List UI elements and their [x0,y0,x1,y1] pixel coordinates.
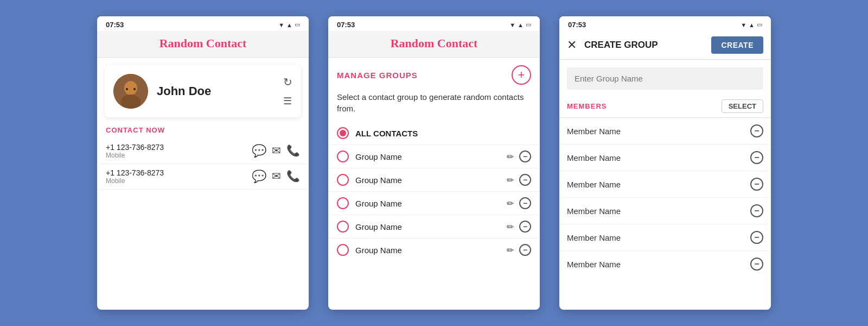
all-contacts-label: ALL CONTACTS [355,129,531,138]
group-item-5[interactable]: Group Name ✏ − [328,239,540,261]
group-list: ALL CONTACTS Group Name ✏ − Group Name ✏… [328,122,540,310]
member-item-4: Member Name − [559,198,771,224]
status-bar-2: 07:53 ▼ ▲ ▭ [328,16,540,31]
member-item-5: Member Name − [559,224,771,251]
phone-icons-1: 💬 ✉ 📞 [252,144,300,158]
create-group-header: ✕ CREATE GROUP CREATE [559,31,771,60]
member-item-2: Member Name − [559,145,771,171]
phone-info-1: +1 123-736-8273 Mobile [106,143,252,159]
group-item-4[interactable]: Group Name ✏ − [328,215,540,239]
contact-name: John Doe [157,84,283,98]
group-actions-4: ✏ − [507,221,531,233]
status-time-3: 07:53 [568,21,586,29]
remove-member-1[interactable]: − [750,124,763,137]
signal-icon-3: ▲ [749,22,755,28]
contact-now-label: CONTACT NOW [97,117,309,139]
phone-number-1: +1 123-736-8273 [106,143,252,152]
screen3-frame: 07:53 ▼ ▲ ▭ ✕ CREATE GROUP CREATE MEMBER… [559,16,771,310]
manage-subtitle: Select a contact group to generate rando… [328,89,540,122]
battery-icon-2: ▭ [526,21,531,28]
signal-icon-2: ▲ [518,22,524,28]
member-item-1: Member Name − [559,118,771,145]
group-label-2: Group Name [355,175,507,185]
remove-icon-1[interactable]: − [519,151,531,162]
battery-icon: ▭ [295,21,300,28]
call-icon-1[interactable]: 📞 [286,144,300,158]
svg-point-3 [126,88,128,90]
group-name-input[interactable] [567,67,763,90]
svg-point-1 [124,81,137,95]
call-icon-2[interactable]: 📞 [286,170,300,184]
edit-icon-3[interactable]: ✏ [507,198,514,209]
phone-icons-2: 💬 ✉ 📞 [252,170,300,184]
wifi-icon-3: ▼ [741,22,746,28]
app-title-2: Random Contact [337,36,531,51]
phone-number-2: +1 123-736-8273 [106,168,252,177]
radio-group-5[interactable] [337,244,349,256]
add-group-button[interactable]: + [512,65,531,85]
phone-info-2: +1 123-736-8273 Mobile [106,168,252,185]
app-title-1: Random Contact [106,36,300,51]
wifi-icon: ▼ [278,22,284,28]
members-header: MEMBERS SELECT [559,94,771,118]
member-name-3: Member Name [567,180,750,189]
group-actions-3: ✏ − [507,197,531,209]
create-group-title: CREATE GROUP [584,40,706,51]
edit-icon-1[interactable]: ✏ [507,152,514,162]
member-item-6: Member Name − [559,251,771,277]
screen2-frame: 07:53 ▼ ▲ ▭ Random Contact MANAGE GROUPS… [328,16,540,310]
remove-icon-3[interactable]: − [519,197,531,209]
edit-icon-4[interactable]: ✏ [507,222,514,232]
remove-member-4[interactable]: − [750,204,763,217]
group-actions-2: ✏ − [507,174,531,186]
create-button[interactable]: CREATE [711,36,763,54]
group-item-2[interactable]: Group Name ✏ − [328,168,540,192]
app-header-1: Random Contact [97,31,309,58]
group-item-1[interactable]: Group Name ✏ − [328,145,540,168]
phone-type-2: Mobile [106,177,252,185]
radio-group-3[interactable] [337,197,349,209]
refresh-icon[interactable]: ↻ [283,76,292,89]
app-header-2: Random Contact [328,31,540,58]
whatsapp-icon-1[interactable]: 💬 [252,144,266,158]
phone-type-1: Mobile [106,152,252,159]
edit-icon-2[interactable]: ✏ [507,175,514,185]
status-icons-3: ▼ ▲ ▭ [741,21,762,28]
member-name-6: Member Name [567,260,750,269]
status-time-2: 07:53 [337,21,355,29]
status-icons-2: ▼ ▲ ▭ [509,21,531,28]
radio-group-1[interactable] [337,151,349,162]
select-button[interactable]: SELECT [722,99,763,113]
group-item-all[interactable]: ALL CONTACTS [328,122,540,145]
sms-icon-1[interactable]: ✉ [272,144,281,158]
screen1-frame: 07:53 ▼ ▲ ▭ Random Contact John D [97,16,309,310]
wifi-icon-2: ▼ [509,22,515,28]
remove-member-6[interactable]: − [750,258,763,271]
edit-icon-5[interactable]: ✏ [507,245,514,255]
remove-icon-4[interactable]: − [519,221,531,233]
phone-row-2: +1 123-736-8273 Mobile 💬 ✉ 📞 [97,164,309,190]
group-label-3: Group Name [355,199,507,208]
group-label-4: Group Name [355,222,507,231]
contact-card: John Doe ↻ ☰ [105,65,301,117]
member-name-2: Member Name [567,153,750,162]
sms-icon-2[interactable]: ✉ [272,170,281,184]
remove-icon-5[interactable]: − [519,244,531,256]
manage-groups-title: MANAGE GROUPS [337,71,418,80]
member-item-3: Member Name − [559,171,771,198]
remove-member-2[interactable]: − [750,151,763,164]
remove-member-5[interactable]: − [750,231,763,244]
group-label-1: Group Name [355,152,507,161]
plus-icon: + [518,68,525,82]
radio-group-4[interactable] [337,221,349,233]
status-bar-3: 07:53 ▼ ▲ ▭ [559,16,771,31]
contact-top-actions: ↻ ☰ [283,76,292,107]
close-button[interactable]: ✕ [567,38,577,52]
remove-member-3[interactable]: − [750,178,763,191]
group-item-3[interactable]: Group Name ✏ − [328,192,540,215]
remove-icon-2[interactable]: − [519,174,531,186]
whatsapp-icon-2[interactable]: 💬 [252,170,266,184]
contacts-icon[interactable]: ☰ [283,95,292,107]
radio-all-contacts[interactable] [337,127,349,139]
radio-group-2[interactable] [337,174,349,186]
